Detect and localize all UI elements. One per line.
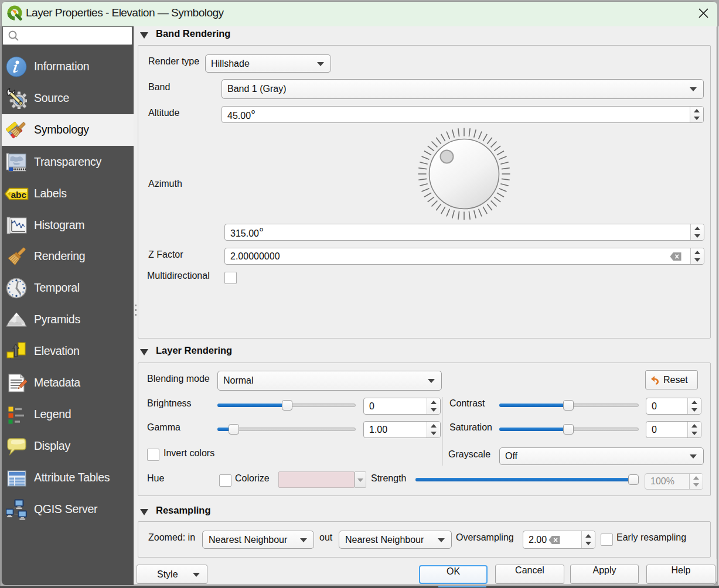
svg-text:abc: abc [11,190,27,200]
